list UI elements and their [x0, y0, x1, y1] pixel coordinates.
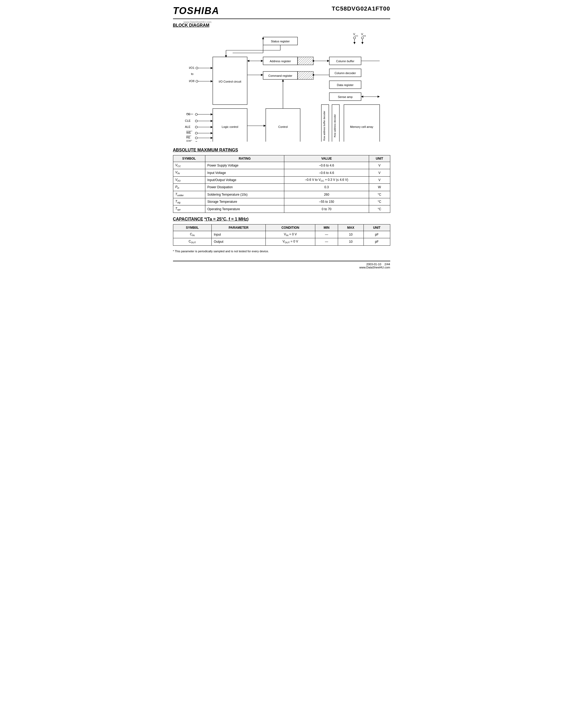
- svg-rect-59: [344, 105, 380, 142]
- cap-max-cout: 10: [338, 238, 364, 245]
- watermark: www.DataSheet4U.com: [183, 21, 212, 24]
- cap-unit-cout: pF: [364, 238, 390, 245]
- svg-point-119: [313, 60, 314, 62]
- cap-unit-cin: pF: [364, 231, 390, 238]
- symbol-topr: Topr: [173, 205, 205, 213]
- svg-text:Logic control: Logic control: [221, 125, 238, 128]
- absolute-max-title: ABSOLUTE MAXIMUM RATINGS: [173, 148, 390, 152]
- svg-marker-38: [327, 60, 329, 62]
- svg-text:I/O1: I/O1: [189, 66, 194, 69]
- cap-col-min: MIN: [315, 224, 338, 231]
- cap-col-max: MAX: [338, 224, 364, 231]
- svg-text:Address register: Address register: [269, 60, 291, 63]
- value-vin: –0.6 to 4.6: [284, 169, 369, 176]
- svg-text:Column decoder: Column decoder: [334, 71, 356, 75]
- rating-tstg: Storage Temperature: [205, 198, 284, 205]
- cap-symbol-cin: CIN: [173, 231, 211, 238]
- svg-text:VCC: VCC: [353, 33, 358, 37]
- svg-point-25: [196, 80, 198, 82]
- svg-marker-84: [211, 137, 213, 139]
- svg-text:CLE: CLE: [185, 119, 190, 122]
- svg-point-87: [195, 141, 197, 142]
- svg-marker-89: [211, 141, 213, 142]
- capacitance-footnote: * This parameter is periodically sampled…: [173, 250, 390, 253]
- rating-vcc: Power Supply Voltage: [205, 162, 284, 169]
- svg-point-82: [195, 137, 197, 139]
- svg-text:Command register: Command register: [268, 74, 292, 77]
- svg-marker-74: [211, 126, 213, 128]
- cap-max-cin: 10: [338, 231, 364, 238]
- cap-cond-cout: VOUT = 0 V: [265, 238, 315, 245]
- svg-point-20: [196, 67, 198, 69]
- svg-text:Data register: Data register: [337, 83, 354, 87]
- svg-marker-44: [261, 74, 263, 76]
- table-row: Topr Operating Temperature 0 to 70 °C: [173, 205, 390, 213]
- svg-marker-70: [211, 120, 213, 122]
- symbol-vcc: VCC: [173, 162, 205, 169]
- svg-point-120: [313, 74, 314, 76]
- table-row: VI/O Input/Output Voltage –0.6 V to VCC …: [173, 176, 390, 183]
- unit-topr: °C: [369, 205, 390, 213]
- rating-topr: Operating Temperature: [205, 205, 284, 213]
- cap-min-cout: —: [315, 238, 338, 245]
- svg-marker-13: [225, 55, 227, 57]
- svg-rect-45: [298, 71, 314, 79]
- svg-marker-16: [262, 37, 264, 39]
- svg-text:Sense amp: Sense amp: [338, 95, 353, 98]
- col-symbol: SYMBOL: [173, 155, 205, 162]
- svg-text:to: to: [191, 72, 193, 75]
- value-vcc: –0.6 to 4.6: [284, 162, 369, 169]
- company-logo: TOSHIBA: [173, 5, 219, 16]
- table-row: Tstg Storage Temperature –55 to 150 °C: [173, 198, 390, 205]
- value-tstg: –55 to 150: [284, 198, 369, 205]
- svg-marker-66: [211, 113, 213, 115]
- cap-cond-cin: VIN = 0 V: [265, 231, 315, 238]
- symbol-vio: VI/O: [173, 176, 205, 183]
- col-rating: RATING: [205, 155, 284, 162]
- svg-marker-6: [354, 42, 356, 44]
- unit-pd: W: [369, 184, 390, 191]
- rating-pd: Power Dissipation: [205, 184, 284, 191]
- svg-point-64: [195, 113, 197, 115]
- cap-col-symbol: SYMB0L: [173, 224, 211, 231]
- symbol-tstg: Tstg: [173, 198, 205, 205]
- unit-vcc: V: [369, 162, 390, 169]
- svg-text:Status register: Status register: [271, 40, 290, 43]
- svg-marker-22: [211, 67, 213, 69]
- cap-col-parameter: PARAMETER: [211, 224, 265, 231]
- capacitance-condition: *(Ta = 25°C, f = 1 MHz): [204, 217, 248, 221]
- svg-text:WE: WE: [186, 131, 191, 134]
- value-vio: –0.6 V to VCC + 0.3 V (≤ 4.6 V): [284, 176, 369, 183]
- table-row: COUT Output VOUT = 0 V — 10 pF: [173, 238, 390, 245]
- svg-text:Row address buffer decoder: Row address buffer decoder: [323, 111, 326, 141]
- capacitance-table: SYMB0L PARAMETER CONDITION MIN MAX UNIT …: [173, 224, 390, 246]
- symbol-vin: VIN: [173, 169, 205, 176]
- svg-marker-93: [282, 79, 284, 82]
- svg-text:I/O Control circuit: I/O Control circuit: [218, 80, 241, 83]
- rating-tsolder: Soldering Temperature (10s): [205, 191, 284, 198]
- svg-point-68: [195, 120, 197, 122]
- svg-text:Control: Control: [278, 125, 288, 128]
- footer-website: www.DataSheet4U.com: [359, 266, 390, 269]
- svg-marker-79: [211, 132, 213, 134]
- svg-text:Column buffer: Column buffer: [336, 60, 354, 63]
- rating-vin: Input Voltage: [205, 169, 284, 176]
- svg-marker-31: [261, 60, 263, 62]
- svg-text:ALE: ALE: [185, 125, 190, 128]
- unit-tsolder: °C: [369, 191, 390, 198]
- value-topr: 0 to 70: [284, 205, 369, 213]
- table-row: CIN Input VIN = 0 V — 10 pF: [173, 231, 390, 238]
- table-row: PD Power Dissipation 0.3 W: [173, 184, 390, 191]
- unit-vio: V: [369, 176, 390, 183]
- page-footer: 2003-01-10 2/44 www.DataSheet4U.com: [173, 261, 390, 269]
- col-value: VALUE: [284, 155, 369, 162]
- symbol-tsolder: Tsolder: [173, 191, 205, 198]
- svg-text:I/O8: I/O8: [189, 79, 194, 83]
- unit-tstg: °C: [369, 198, 390, 205]
- svg-marker-7: [361, 42, 364, 44]
- svg-point-3: [361, 37, 364, 39]
- svg-text:Row address decoder: Row address decoder: [334, 114, 336, 137]
- svg-text:VSS: VSS: [361, 33, 366, 37]
- absolute-max-table: SYMBOL RATING VALUE UNIT VCC Power Suppl…: [173, 155, 390, 213]
- footer-date-page: 2003-01-10 2/44: [359, 263, 390, 266]
